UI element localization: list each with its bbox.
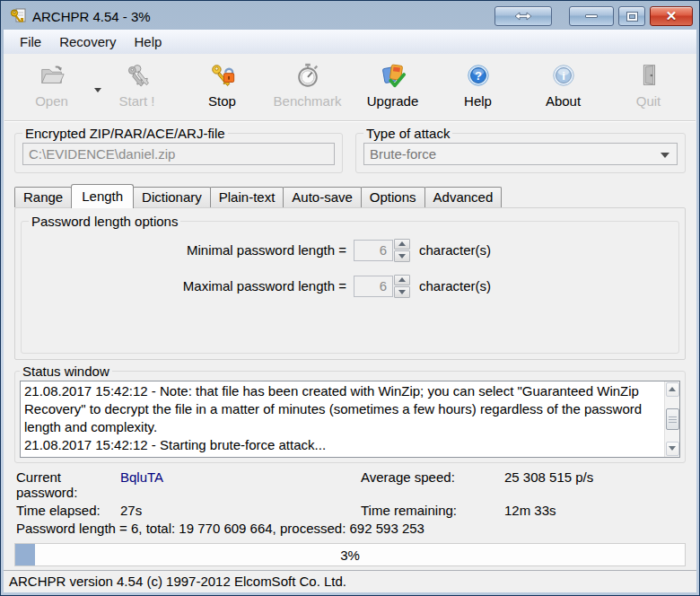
tab-options[interactable]: Options <box>361 187 425 207</box>
scroll-thumb[interactable] <box>666 408 679 430</box>
attack-type-group-label: Type of attack <box>363 126 452 141</box>
open-button[interactable]: Open <box>13 61 91 109</box>
client-area: Open <box>4 54 696 592</box>
time-remaining-label: Time remaining: <box>361 503 504 518</box>
status-log-scrollbar[interactable] <box>664 381 679 457</box>
stop-key-lock-icon <box>208 61 237 90</box>
progress-bar: 3% <box>14 543 686 566</box>
stats-area: Current password: BqluTA Average speed: … <box>4 463 696 538</box>
encrypted-file-group-label: Encrypted ZIP/RAR/ACE/ARJ-file <box>22 126 228 141</box>
status-log[interactable]: 21.08.2017 15:42:12 - Note: that file ha… <box>20 381 680 458</box>
statusbar-text: ARCHPR version 4.54 (c) 1997-2012 ElcomS… <box>9 574 346 589</box>
start-button[interactable]: Start ! <box>99 61 176 109</box>
minimal-length-down-icon[interactable] <box>394 250 410 262</box>
upgrade-button-label: Upgrade <box>367 93 419 109</box>
start-button-label: Start ! <box>118 93 154 109</box>
benchmark-button[interactable]: Benchmark <box>269 61 346 109</box>
close-icon[interactable]: ✕ <box>650 6 693 26</box>
status-log-line: 21.08.2017 15:42:12 - Starting brute-for… <box>24 436 661 454</box>
start-keys-icon <box>123 61 152 90</box>
maximal-length-down-icon[interactable] <box>394 286 410 298</box>
file-attack-row: Encrypted ZIP/RAR/ACE/ARJ-file Type of a… <box>4 122 696 180</box>
tab-auto-save[interactable]: Auto-save <box>283 187 362 207</box>
benchmark-stopwatch-icon <box>293 61 322 90</box>
maximal-length-row: Maximal password length = character(s) <box>29 270 671 302</box>
archpr-window: ARCHPR 4.54 - 3% ✕ File Recovery Help <box>0 0 700 596</box>
status-window-group: Status window 21.08.2017 15:42:12 - Note… <box>14 364 686 463</box>
status-log-line: 21.08.2017 15:42:12 - Note: that file ha… <box>24 382 661 436</box>
minimal-length-label: Minimal password length = <box>29 242 354 258</box>
minimal-length-input[interactable] <box>354 240 393 261</box>
minimal-length-spinner <box>354 239 410 262</box>
help-button-label: Help <box>464 93 492 109</box>
quit-door-icon <box>634 61 663 90</box>
maximal-length-spinner <box>354 275 410 298</box>
statusbar: ARCHPR version 4.54 (c) 1997-2012 ElcomS… <box>4 570 696 592</box>
status-window-label: Status window <box>20 364 112 379</box>
minimal-length-suffix: character(s) <box>419 242 491 258</box>
window-title: ARCHPR 4.54 - 3% <box>32 9 151 24</box>
time-remaining-value: 12m 33s <box>504 503 684 518</box>
maximal-length-suffix: character(s) <box>419 278 491 294</box>
toolbar: Open <box>4 54 696 120</box>
help-question-icon: ? <box>464 61 493 90</box>
attack-type-select[interactable]: Brute-force <box>363 143 678 165</box>
tab-range[interactable]: Range <box>14 187 72 207</box>
menu-file[interactable]: File <box>11 31 50 52</box>
password-length-options-label: Password length options <box>29 214 180 229</box>
about-button[interactable]: i About <box>525 61 602 109</box>
resize-icon[interactable] <box>494 6 552 26</box>
minimal-length-row: Minimal password length = character(s) <box>29 234 671 267</box>
time-elapsed-label: Time elapsed: <box>16 503 120 518</box>
svg-text:?: ? <box>474 69 481 83</box>
open-dropdown-caret-icon[interactable] <box>94 88 101 92</box>
benchmark-button-label: Benchmark <box>274 93 342 109</box>
quit-button[interactable]: Quit <box>610 61 687 109</box>
tab-advanced[interactable]: Advanced <box>424 187 503 207</box>
progress-percent-label: 3% <box>15 548 685 563</box>
status-log-text: 21.08.2017 15:42:12 - Note: that file ha… <box>21 381 664 457</box>
svg-text:i: i <box>562 69 565 83</box>
minimal-length-up-icon[interactable] <box>394 239 410 250</box>
average-speed-value: 25 308 515 p/s <box>504 469 684 500</box>
tab-length[interactable]: Length <box>71 184 134 208</box>
upgrade-button[interactable]: Upgrade <box>354 61 432 109</box>
menu-recovery[interactable]: Recovery <box>50 31 125 52</box>
upgrade-cards-check-icon <box>379 61 407 90</box>
maximal-length-input[interactable] <box>354 276 393 297</box>
current-password-label: Current password: <box>16 469 120 500</box>
app-key-document-icon <box>9 7 27 25</box>
average-speed-label: Average speed: <box>361 469 504 500</box>
length-tab-panel: Password length options Minimal password… <box>14 207 686 360</box>
about-button-label: About <box>546 93 581 109</box>
tab-plain-text[interactable]: Plain-text <box>210 187 284 207</box>
encrypted-file-input[interactable] <box>22 143 335 165</box>
maximal-length-up-icon[interactable] <box>394 275 410 286</box>
password-length-options-group: Password length options Minimal password… <box>21 214 679 354</box>
open-button-label: Open <box>35 93 68 109</box>
menu-help[interactable]: Help <box>126 31 171 52</box>
stop-button[interactable]: Stop <box>184 61 261 109</box>
titlebar[interactable]: ARCHPR 4.54 - 3% ✕ <box>4 1 696 30</box>
help-button[interactable]: ? Help <box>440 61 517 109</box>
maximal-length-label: Maximal password length = <box>29 278 354 294</box>
progress-summary: Password length = 6, total: 19 770 609 6… <box>16 521 684 536</box>
window-controls: ✕ <box>494 6 693 26</box>
scroll-up-icon[interactable] <box>666 382 679 397</box>
minimize-icon[interactable] <box>569 6 614 26</box>
combo-dropdown-arrow-icon <box>661 153 669 158</box>
menubar: File Recovery Help <box>4 30 696 54</box>
quit-button-label: Quit <box>636 93 661 109</box>
tab-dictionary[interactable]: Dictionary <box>133 187 211 207</box>
stop-button-label: Stop <box>208 93 236 109</box>
about-info-icon: i <box>549 61 578 90</box>
encrypted-file-group: Encrypted ZIP/RAR/ACE/ARJ-file <box>14 126 343 173</box>
attack-type-group: Type of attack Brute-force <box>355 126 686 173</box>
open-folder-key-icon <box>38 61 66 90</box>
time-elapsed-value: 27s <box>120 503 361 518</box>
maximize-icon[interactable] <box>618 6 645 26</box>
scroll-down-icon[interactable] <box>666 442 679 456</box>
current-password-value: BqluTA <box>120 469 361 500</box>
attack-type-value: Brute-force <box>370 146 436 162</box>
tabstrip: Range Length Dictionary Plain-text Auto-… <box>4 180 696 207</box>
